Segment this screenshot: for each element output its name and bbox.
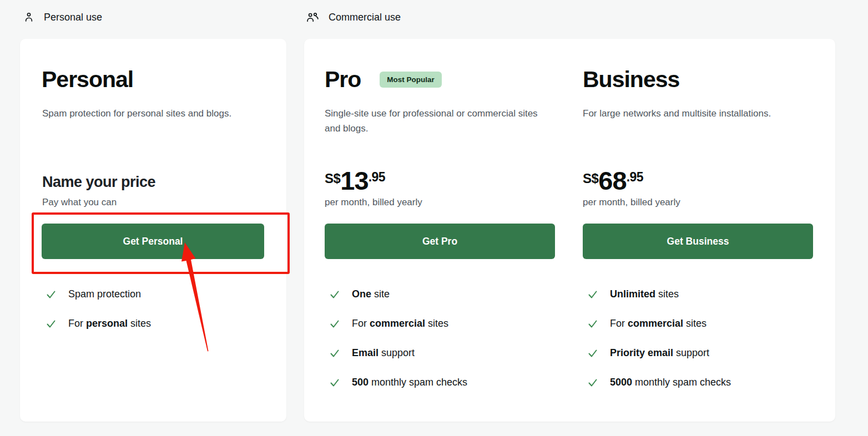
business-plan-column: Business For large networks and multisit… bbox=[583, 39, 813, 422]
feature-text: For commercial sites bbox=[352, 318, 448, 329]
business-features-list: Unlimited sites For commercial sites Pri… bbox=[587, 288, 731, 389]
get-personal-button[interactable]: Get Personal bbox=[42, 224, 264, 259]
business-price: S$68.95 bbox=[583, 169, 643, 194]
check-icon bbox=[587, 377, 598, 388]
pro-features-list: One site For commercial sites Email supp… bbox=[329, 288, 467, 389]
get-pro-button[interactable]: Get Pro bbox=[325, 224, 555, 259]
check-icon bbox=[329, 289, 340, 300]
commercial-use-header: Commercial use bbox=[306, 11, 401, 23]
feature-monthly-spam-checks: 5000 monthly spam checks bbox=[587, 376, 731, 389]
pro-price: S$13.95 bbox=[325, 169, 385, 194]
personal-plan-card: Personal Spam protection for personal si… bbox=[20, 39, 286, 422]
pro-plan-column: Pro Most Popular Single-site use for pro… bbox=[325, 39, 555, 422]
pro-billing-note: per month, billed yearly bbox=[325, 197, 422, 208]
check-icon bbox=[46, 289, 57, 300]
business-plan-description: For large networks and multisite install… bbox=[583, 106, 805, 121]
feature-text: Spam protection bbox=[68, 288, 141, 300]
people-icon bbox=[306, 11, 319, 23]
name-your-price-title: Name your price bbox=[42, 174, 155, 191]
check-icon bbox=[329, 348, 340, 359]
personal-use-label: Personal use bbox=[44, 12, 102, 23]
feature-text: 500 monthly spam checks bbox=[352, 377, 467, 388]
most-popular-badge: Most Popular bbox=[380, 72, 442, 88]
feature-email-support: Email support bbox=[329, 347, 467, 359]
feature-text: One site bbox=[352, 288, 390, 300]
currency-symbol: S$ bbox=[325, 171, 340, 186]
check-icon bbox=[587, 318, 598, 329]
get-business-button[interactable]: Get Business bbox=[583, 224, 813, 259]
check-icon bbox=[587, 289, 598, 300]
personal-use-header: Personal use bbox=[23, 11, 102, 23]
feature-text: For commercial sites bbox=[610, 318, 706, 329]
feature-spam-protection: Spam protection bbox=[46, 288, 151, 301]
feature-unlimited-sites: Unlimited sites bbox=[587, 288, 731, 301]
personal-plan-description: Spam protection for personal sites and b… bbox=[42, 106, 264, 121]
currency-symbol: S$ bbox=[583, 171, 598, 186]
pro-plan-description: Single-site use for professional or comm… bbox=[325, 106, 547, 136]
business-plan-title: Business bbox=[583, 65, 679, 93]
check-icon bbox=[587, 348, 598, 359]
feature-for-personal-sites: For personal sites bbox=[46, 317, 151, 330]
feature-text: Priority email support bbox=[610, 347, 709, 359]
commercial-use-label: Commercial use bbox=[329, 12, 401, 23]
person-icon bbox=[23, 11, 34, 23]
feature-for-commercial-sites: For commercial sites bbox=[587, 317, 731, 330]
feature-for-commercial-sites: For commercial sites bbox=[329, 317, 467, 330]
feature-text: Unlimited sites bbox=[610, 288, 679, 300]
pro-plan-title: Pro bbox=[325, 65, 361, 93]
pricing-page: Personal use Commercial use Personal Spa… bbox=[0, 0, 868, 436]
feature-text: 5000 monthly spam checks bbox=[610, 377, 731, 388]
check-icon bbox=[46, 318, 57, 329]
check-icon bbox=[329, 377, 340, 388]
check-icon bbox=[329, 318, 340, 329]
personal-plan-title: Personal bbox=[42, 65, 133, 93]
feature-one-site: One site bbox=[329, 288, 467, 301]
business-billing-note: per month, billed yearly bbox=[583, 197, 680, 208]
feature-text: For personal sites bbox=[68, 318, 151, 329]
feature-text: Email support bbox=[352, 347, 415, 359]
pay-what-you-can-subtitle: Pay what you can bbox=[42, 197, 117, 208]
feature-priority-email-support: Priority email support bbox=[587, 347, 731, 359]
personal-features-list: Spam protection For personal sites bbox=[46, 288, 151, 330]
feature-monthly-spam-checks: 500 monthly spam checks bbox=[329, 376, 467, 389]
commercial-plans-card: Pro Most Popular Single-site use for pro… bbox=[304, 39, 835, 422]
